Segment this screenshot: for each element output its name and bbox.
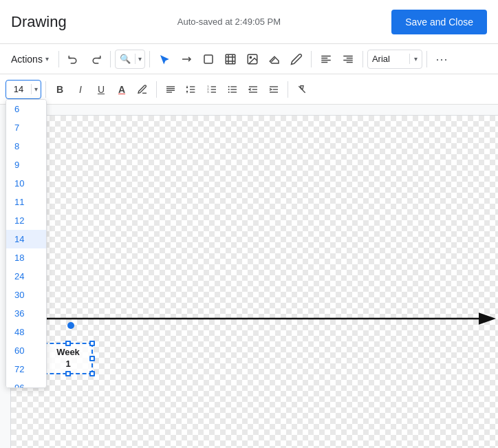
image-icon (246, 53, 259, 65)
divider9 (288, 81, 288, 98)
font-family-selector[interactable]: Arial ▾ (367, 50, 422, 69)
fontsize-option-10[interactable]: 10 (6, 174, 46, 193)
fontsize-option-96[interactable]: 96 (6, 378, 46, 388)
fontsize-option-7[interactable]: 7 (6, 118, 46, 137)
app-title: Drawing (11, 13, 67, 31)
fontsize-option-36[interactable]: 36 (6, 304, 46, 323)
crop-tool-button[interactable] (220, 48, 241, 70)
svg-point-31 (228, 86, 230, 87)
bullet-list-button[interactable] (223, 78, 242, 100)
canvas-area[interactable]: Week1 (0, 105, 498, 448)
divider7 (45, 81, 46, 98)
divider3 (149, 51, 150, 67)
increase-indent-icon (268, 84, 279, 95)
undo-button[interactable] (63, 48, 84, 70)
select-tool-button[interactable] (154, 48, 175, 70)
fontsize-option-8[interactable]: 8 (6, 137, 46, 156)
decrease-indent-button[interactable] (243, 78, 263, 100)
font-family-arrow[interactable]: ▾ (409, 54, 422, 64)
align-right-button[interactable] (338, 48, 358, 70)
fontsize-dropdown[interactable]: 6789101112141824303648607296 (6, 99, 47, 388)
increase-indent-button[interactable] (264, 78, 283, 100)
actions-dropdown-arrow: ▾ (45, 55, 49, 63)
underline-button[interactable]: U (91, 78, 111, 100)
divider6 (426, 51, 427, 67)
textbox-container[interactable]: Week1 (43, 343, 93, 374)
divider1 (58, 51, 59, 67)
shape-icon (202, 53, 215, 65)
fontsize-option-14[interactable]: 14 (6, 230, 46, 248)
textbox-content: Week1 (56, 347, 80, 370)
fontsize-option-48[interactable]: 48 (6, 323, 46, 341)
textbox-handle-top[interactable] (67, 322, 74, 329)
divider5 (362, 51, 363, 67)
align-right-icon (342, 53, 354, 65)
fontsize-option-18[interactable]: 18 (6, 248, 46, 267)
handle-tr[interactable] (89, 341, 95, 346)
fontsize-option-60[interactable]: 60 (6, 341, 46, 360)
undo-icon (67, 53, 80, 65)
actions-label: Actions (11, 54, 43, 65)
save-close-button[interactable]: Save and Close (391, 10, 487, 34)
pen-tool-button[interactable] (286, 48, 307, 70)
shape-tool-button[interactable] (198, 48, 219, 70)
image-tool-button[interactable] (242, 48, 263, 70)
font-family-value: Arial (368, 52, 409, 65)
zoom-group[interactable]: 🔍 ▾ (115, 50, 145, 69)
drawing-canvas[interactable]: Week1 (11, 116, 498, 448)
clear-format-icon (296, 84, 307, 95)
fontsize-option-9[interactable]: 9 (6, 156, 46, 174)
zoom-dropdown-arrow[interactable]: ▾ (135, 54, 144, 64)
fontsize-option-11[interactable]: 11 (6, 193, 46, 211)
eraser-icon (268, 53, 281, 65)
svg-point-33 (228, 92, 230, 93)
toolbar2: ▾ 6789101112141824303648607296 B I U A (0, 74, 498, 105)
fontsize-dropdown-arrow[interactable]: ▾ (31, 84, 41, 94)
svg-point-32 (228, 89, 230, 90)
select-icon (158, 53, 171, 65)
fontsize-option-72[interactable]: 72 (6, 360, 46, 378)
handle-tc[interactable] (65, 341, 71, 346)
text-align-icon (165, 84, 176, 95)
svg-rect-1 (204, 55, 213, 63)
decrease-indent-icon (248, 84, 259, 95)
more-options-button[interactable]: ⋯ (431, 48, 452, 70)
redo-icon (89, 53, 102, 65)
fontsize-input[interactable] (6, 83, 31, 96)
bold-button[interactable]: B (50, 78, 69, 100)
actions-menu-button[interactable]: Actions ▾ (6, 48, 54, 70)
redo-button[interactable] (85, 48, 106, 70)
text-align-button[interactable] (161, 78, 180, 100)
handle-mr[interactable] (89, 356, 95, 361)
line-tool-button[interactable] (176, 48, 197, 70)
header: Drawing Auto-saved at 2:49:05 PM Save an… (0, 0, 498, 44)
bullet-list-icon (227, 84, 238, 95)
align-left-button[interactable] (316, 48, 336, 70)
fontsize-wrapper: ▾ 6789101112141824303648607296 (6, 80, 41, 99)
eraser-tool-button[interactable] (264, 48, 285, 70)
line-spacing-icon (186, 84, 197, 95)
font-color-label: A (118, 84, 125, 95)
fontsize-group[interactable]: ▾ (6, 80, 41, 99)
fontsize-option-12[interactable]: 12 (6, 211, 46, 230)
fontsize-option-30[interactable]: 30 (6, 286, 46, 304)
numbered-list-icon: 1. 2. 3. (206, 84, 217, 95)
line-icon (180, 53, 193, 65)
handle-br[interactable] (89, 371, 95, 376)
line-spacing-button[interactable] (182, 78, 201, 100)
font-color-button[interactable]: A (112, 78, 131, 100)
handle-bc[interactable] (65, 371, 71, 376)
highlight-button[interactable] (133, 78, 152, 100)
fontsize-option-24[interactable]: 24 (6, 267, 46, 286)
divider8 (156, 81, 157, 98)
canvas-svg (11, 116, 498, 448)
textbox[interactable]: Week1 (43, 343, 93, 374)
pen-icon (290, 53, 303, 65)
zoom-icon: 🔍 (116, 52, 135, 65)
fontsize-option-6[interactable]: 6 (6, 100, 46, 118)
divider2 (110, 51, 111, 67)
divider4 (311, 51, 312, 67)
numbered-list-button[interactable]: 1. 2. 3. (202, 78, 221, 100)
clear-format-button[interactable] (292, 78, 312, 100)
italic-button[interactable]: I (71, 78, 90, 100)
